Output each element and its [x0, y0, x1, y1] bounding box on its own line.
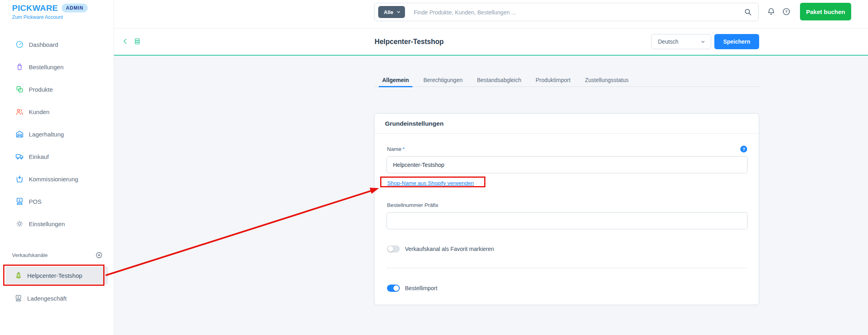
- main-navigation: Dashboard Bestellungen Produkte Kunden L…: [0, 33, 114, 235]
- sidebar-item-produkte[interactable]: Produkte: [0, 78, 114, 100]
- book-package-button[interactable]: Paket buchen: [800, 3, 851, 20]
- euro-glyph: €: [18, 296, 19, 299]
- truck-icon: [15, 152, 24, 161]
- save-button[interactable]: Speichern: [714, 34, 759, 49]
- list-view-icon[interactable]: [133, 37, 141, 45]
- search-scope-dropdown[interactable]: Alle: [378, 6, 405, 18]
- order-import-toggle-label: Bestellimport: [405, 285, 437, 291]
- pickware-account-link[interactable]: Zum Pickware Account: [12, 14, 63, 20]
- sidebar-item-lagerhaltung[interactable]: Lagerhaltung: [0, 123, 114, 145]
- sidebar-item-helpcenter-testshop[interactable]: S Helpcenter-Testshop: [6, 267, 108, 284]
- sidebar: PICKWARE ADMIN Zum Pickware Account Dash…: [0, 0, 114, 335]
- language-select[interactable]: Deutsch: [651, 34, 711, 49]
- products-icon: [15, 85, 24, 94]
- tab-bar: Allgemein Berechtigungen Bestandsabgleic…: [374, 73, 759, 87]
- help-icon[interactable]: ?: [740, 146, 747, 152]
- sidebar-item-ladengeschaeft[interactable]: € Ladengeschäft: [6, 289, 108, 307]
- name-field-label: Name*: [387, 146, 405, 152]
- sales-channels-section: Verkaufskanäle: [0, 249, 114, 261]
- tab-bestandsabgleich[interactable]: Bestandsabgleich: [477, 73, 521, 86]
- customers-icon: [15, 107, 24, 116]
- order-number-prefix-label: Bestellnummer Präfix: [387, 202, 438, 208]
- pos-icon: €: [15, 197, 24, 206]
- sidebar-item-bestellungen[interactable]: Bestellungen: [0, 56, 114, 78]
- sidebar-item-label: Einstellungen: [29, 221, 65, 227]
- tab-zustellungsstatus[interactable]: Zustellungsstatus: [585, 73, 629, 86]
- tab-allgemein[interactable]: Allgemein: [382, 73, 409, 86]
- use-shopify-name-link[interactable]: Shop-Name aus Shopify verwenden: [387, 180, 474, 186]
- admin-app: PICKWARE ADMIN Zum Pickware Account Dash…: [0, 0, 868, 335]
- logo-text: PICKWARE: [12, 3, 58, 13]
- register-icon: €: [14, 294, 22, 302]
- page-title: Helpcenter-Testshop: [375, 38, 444, 46]
- sales-channel-label: Helpcenter-Testshop: [27, 272, 82, 279]
- search-scope-value: Alle: [384, 9, 393, 15]
- sidebar-item-label: Kunden: [29, 108, 50, 115]
- order-number-prefix-input[interactable]: [387, 212, 748, 229]
- order-import-toggle-row: Bestellimport: [387, 285, 437, 292]
- notifications-bell-icon[interactable]: [767, 7, 776, 16]
- required-asterisk: *: [403, 146, 405, 152]
- help-circle-icon[interactable]: ?: [782, 7, 791, 16]
- basic-settings-card: Grundeinstellungen Name* ? Shop-Name aus…: [374, 113, 759, 305]
- sidebar-item-einkauf[interactable]: Einkauf: [0, 145, 114, 168]
- sidebar-item-label: Kommissionierung: [29, 176, 78, 183]
- sales-channel-label: Ladengeschäft: [27, 295, 66, 302]
- warehouse-icon: [15, 130, 24, 138]
- gear-icon: [15, 219, 24, 228]
- admin-badge: ADMIN: [62, 4, 88, 12]
- dashboard-icon: [15, 40, 24, 49]
- language-select-value: Deutsch: [658, 38, 678, 45]
- sidebar-item-label: Lagerhaltung: [29, 131, 64, 138]
- sidebar-item-kunden[interactable]: Kunden: [0, 100, 114, 123]
- sidebar-item-label: Einkauf: [29, 153, 49, 160]
- toggle-knob: [393, 285, 399, 291]
- card-title: Grundeinstellungen: [375, 114, 759, 134]
- brand-logo: PICKWARE ADMIN: [12, 3, 88, 13]
- chevron-down-icon: [396, 10, 401, 14]
- favorite-toggle-label: Verkaufskanal als Favorit markieren: [405, 246, 494, 252]
- sidebar-item-label: POS: [29, 198, 42, 205]
- search-icon[interactable]: [744, 8, 752, 16]
- picking-icon: [15, 175, 24, 183]
- favorite-toggle[interactable]: [387, 245, 400, 253]
- toggle-knob: [388, 246, 393, 252]
- sales-channels-header: Verkaufskanäle: [12, 252, 48, 258]
- divider: [387, 268, 748, 268]
- question-glyph: ?: [785, 9, 788, 14]
- favorite-toggle-row: Verkaufskanal als Favorit markieren: [387, 245, 494, 253]
- sidebar-item-pos[interactable]: € POS: [0, 190, 114, 213]
- sidebar-item-label: Produkte: [29, 86, 53, 93]
- orders-icon: [15, 62, 24, 71]
- chevron-down-icon: [700, 39, 706, 44]
- global-search-input[interactable]: [413, 4, 731, 21]
- sidebar-item-kommissionierung[interactable]: Kommissionierung: [0, 168, 114, 190]
- tab-produktimport[interactable]: Produktimport: [536, 73, 571, 86]
- order-import-toggle[interactable]: [387, 285, 400, 292]
- sidebar-item-label: Dashboard: [29, 41, 58, 48]
- tab-berechtigungen[interactable]: Berechtigungen: [423, 73, 463, 86]
- sidebar-item-label: Bestellungen: [29, 64, 64, 70]
- sidebar-item-dashboard[interactable]: Dashboard: [0, 33, 114, 56]
- back-chevron-icon[interactable]: [121, 37, 129, 45]
- euro-glyph: €: [19, 199, 21, 202]
- sidebar-item-einstellungen[interactable]: Einstellungen: [0, 213, 114, 235]
- shopify-icon: S: [14, 271, 22, 279]
- name-input[interactable]: [387, 156, 748, 173]
- add-sales-channel-icon[interactable]: [95, 251, 103, 259]
- name-label-text: Name: [387, 146, 401, 152]
